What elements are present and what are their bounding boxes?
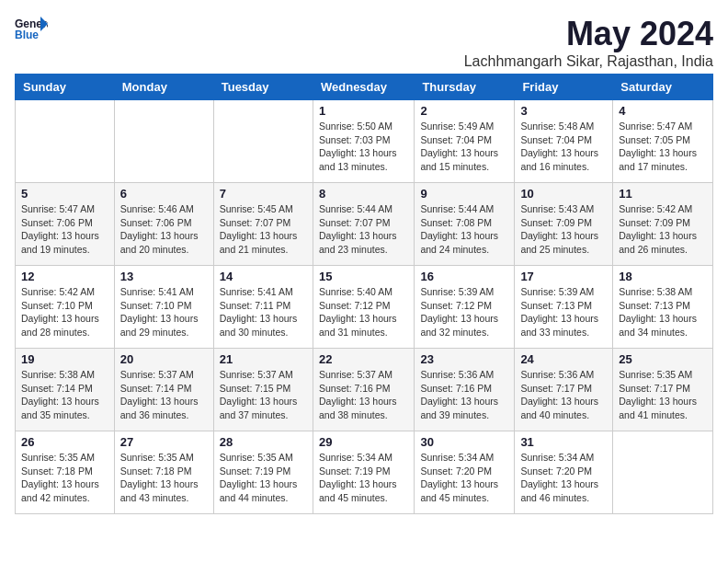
day-number: 20 xyxy=(120,352,208,366)
day-number: 22 xyxy=(319,352,408,366)
calendar-weekday-header: Monday xyxy=(114,75,213,100)
day-number: 18 xyxy=(619,270,707,283)
day-number: 29 xyxy=(319,435,408,449)
day-info: Sunrise: 5:39 AMSunset: 7:12 PMDaylight:… xyxy=(420,285,508,339)
day-number: 5 xyxy=(21,187,108,201)
day-number: 19 xyxy=(21,352,108,366)
month-title: May 2024 xyxy=(464,15,713,53)
calendar-day-cell xyxy=(16,100,115,183)
calendar-week-row: 12Sunrise: 5:42 AMSunset: 7:10 PMDayligh… xyxy=(16,266,713,349)
day-number: 23 xyxy=(420,352,508,366)
calendar-weekday-header: Wednesday xyxy=(313,75,414,100)
day-info: Sunrise: 5:37 AMSunset: 7:15 PMDaylight:… xyxy=(220,368,307,422)
day-info: Sunrise: 5:48 AMSunset: 7:04 PMDaylight:… xyxy=(520,120,607,174)
calendar-day-cell xyxy=(613,431,713,514)
calendar-weekday-header: Tuesday xyxy=(213,75,313,100)
day-number: 13 xyxy=(120,270,208,283)
day-info: Sunrise: 5:46 AMSunset: 7:06 PMDaylight:… xyxy=(120,202,208,257)
calendar-day-cell: 18Sunrise: 5:38 AMSunset: 7:13 PMDayligh… xyxy=(613,266,713,349)
calendar-day-cell: 31Sunrise: 5:34 AMSunset: 7:20 PMDayligh… xyxy=(515,431,613,514)
calendar-day-cell: 13Sunrise: 5:41 AMSunset: 7:10 PMDayligh… xyxy=(114,266,213,349)
day-number: 7 xyxy=(220,187,307,201)
day-number: 30 xyxy=(420,435,508,449)
day-info: Sunrise: 5:38 AMSunset: 7:14 PMDaylight:… xyxy=(21,368,108,422)
svg-text:Blue: Blue xyxy=(15,29,39,40)
day-number: 12 xyxy=(21,270,108,283)
day-info: Sunrise: 5:50 AMSunset: 7:03 PMDaylight:… xyxy=(319,120,408,174)
calendar-day-cell: 24Sunrise: 5:36 AMSunset: 7:17 PMDayligh… xyxy=(515,349,613,431)
day-info: Sunrise: 5:37 AMSunset: 7:14 PMDaylight:… xyxy=(120,368,208,422)
day-info: Sunrise: 5:36 AMSunset: 7:17 PMDaylight:… xyxy=(520,368,607,422)
day-number: 2 xyxy=(420,104,508,118)
day-info: Sunrise: 5:47 AMSunset: 7:06 PMDaylight:… xyxy=(21,202,108,257)
calendar-day-cell: 30Sunrise: 5:34 AMSunset: 7:20 PMDayligh… xyxy=(415,431,515,514)
calendar-weekday-header: Sunday xyxy=(16,75,115,100)
calendar-day-cell: 19Sunrise: 5:38 AMSunset: 7:14 PMDayligh… xyxy=(16,349,115,431)
logo-icon: General Blue xyxy=(15,15,48,40)
title-section: May 2024 Lachhmangarh Sikar, Rajasthan, … xyxy=(464,15,713,70)
calendar-day-cell xyxy=(213,100,313,183)
day-info: Sunrise: 5:35 AMSunset: 7:17 PMDaylight:… xyxy=(619,368,707,422)
day-info: Sunrise: 5:35 AMSunset: 7:18 PMDaylight:… xyxy=(120,451,208,505)
day-info: Sunrise: 5:45 AMSunset: 7:07 PMDaylight:… xyxy=(220,202,307,257)
calendar-day-cell: 25Sunrise: 5:35 AMSunset: 7:17 PMDayligh… xyxy=(613,349,713,431)
calendar-week-row: 5Sunrise: 5:47 AMSunset: 7:06 PMDaylight… xyxy=(16,183,713,266)
calendar-day-cell: 6Sunrise: 5:46 AMSunset: 7:06 PMDaylight… xyxy=(114,183,213,266)
location-title: Lachhmangarh Sikar, Rajasthan, India xyxy=(464,53,713,70)
calendar-day-cell: 21Sunrise: 5:37 AMSunset: 7:15 PMDayligh… xyxy=(213,349,313,431)
day-number: 10 xyxy=(520,187,607,201)
day-info: Sunrise: 5:41 AMSunset: 7:10 PMDaylight:… xyxy=(120,285,208,339)
calendar-day-cell: 11Sunrise: 5:42 AMSunset: 7:09 PMDayligh… xyxy=(613,183,713,266)
day-number: 6 xyxy=(120,187,208,201)
calendar-week-row: 1Sunrise: 5:50 AMSunset: 7:03 PMDaylight… xyxy=(16,100,713,183)
day-number: 28 xyxy=(220,435,307,449)
calendar-day-cell: 23Sunrise: 5:36 AMSunset: 7:16 PMDayligh… xyxy=(415,349,515,431)
day-info: Sunrise: 5:34 AMSunset: 7:19 PMDaylight:… xyxy=(319,451,408,505)
calendar-day-cell: 20Sunrise: 5:37 AMSunset: 7:14 PMDayligh… xyxy=(114,349,213,431)
day-number: 17 xyxy=(520,270,607,283)
calendar-day-cell: 5Sunrise: 5:47 AMSunset: 7:06 PMDaylight… xyxy=(16,183,115,266)
page-header: General Blue May 2024 Lachhmangarh Sikar… xyxy=(15,15,713,70)
day-number: 3 xyxy=(520,104,607,118)
day-number: 15 xyxy=(319,270,408,283)
calendar-table: SundayMondayTuesdayWednesdayThursdayFrid… xyxy=(15,74,713,514)
calendar-day-cell: 7Sunrise: 5:45 AMSunset: 7:07 PMDaylight… xyxy=(213,183,313,266)
day-info: Sunrise: 5:34 AMSunset: 7:20 PMDaylight:… xyxy=(520,451,607,505)
calendar-day-cell: 14Sunrise: 5:41 AMSunset: 7:11 PMDayligh… xyxy=(213,266,313,349)
day-info: Sunrise: 5:43 AMSunset: 7:09 PMDaylight:… xyxy=(520,202,607,257)
day-info: Sunrise: 5:44 AMSunset: 7:07 PMDaylight:… xyxy=(319,202,408,257)
calendar-weekday-header: Saturday xyxy=(613,75,713,100)
day-info: Sunrise: 5:42 AMSunset: 7:09 PMDaylight:… xyxy=(619,202,707,257)
day-number: 11 xyxy=(619,187,707,201)
calendar-day-cell: 16Sunrise: 5:39 AMSunset: 7:12 PMDayligh… xyxy=(415,266,515,349)
day-info: Sunrise: 5:49 AMSunset: 7:04 PMDaylight:… xyxy=(420,120,508,174)
day-info: Sunrise: 5:47 AMSunset: 7:05 PMDaylight:… xyxy=(619,120,707,174)
day-info: Sunrise: 5:36 AMSunset: 7:16 PMDaylight:… xyxy=(420,368,508,422)
calendar-body: 1Sunrise: 5:50 AMSunset: 7:03 PMDaylight… xyxy=(16,100,713,514)
day-number: 31 xyxy=(520,435,607,449)
day-number: 24 xyxy=(520,352,607,366)
day-number: 16 xyxy=(420,270,508,283)
calendar-day-cell: 26Sunrise: 5:35 AMSunset: 7:18 PMDayligh… xyxy=(16,431,115,514)
day-info: Sunrise: 5:40 AMSunset: 7:12 PMDaylight:… xyxy=(319,285,408,339)
day-number: 21 xyxy=(220,352,307,366)
day-info: Sunrise: 5:41 AMSunset: 7:11 PMDaylight:… xyxy=(220,285,307,339)
day-info: Sunrise: 5:37 AMSunset: 7:16 PMDaylight:… xyxy=(319,368,408,422)
calendar-day-cell: 8Sunrise: 5:44 AMSunset: 7:07 PMDaylight… xyxy=(313,183,414,266)
calendar-day-cell: 2Sunrise: 5:49 AMSunset: 7:04 PMDaylight… xyxy=(415,100,515,183)
logo: General Blue xyxy=(15,15,48,40)
day-info: Sunrise: 5:39 AMSunset: 7:13 PMDaylight:… xyxy=(520,285,607,339)
calendar-day-cell: 27Sunrise: 5:35 AMSunset: 7:18 PMDayligh… xyxy=(114,431,213,514)
day-info: Sunrise: 5:44 AMSunset: 7:08 PMDaylight:… xyxy=(420,202,508,257)
day-info: Sunrise: 5:38 AMSunset: 7:13 PMDaylight:… xyxy=(619,285,707,339)
calendar-week-row: 26Sunrise: 5:35 AMSunset: 7:18 PMDayligh… xyxy=(16,431,713,514)
day-number: 1 xyxy=(319,104,408,118)
calendar-day-cell: 29Sunrise: 5:34 AMSunset: 7:19 PMDayligh… xyxy=(313,431,414,514)
calendar-day-cell: 10Sunrise: 5:43 AMSunset: 7:09 PMDayligh… xyxy=(515,183,613,266)
day-number: 14 xyxy=(220,270,307,283)
calendar-day-cell: 28Sunrise: 5:35 AMSunset: 7:19 PMDayligh… xyxy=(213,431,313,514)
calendar-header-row: SundayMondayTuesdayWednesdayThursdayFrid… xyxy=(16,75,713,100)
day-info: Sunrise: 5:42 AMSunset: 7:10 PMDaylight:… xyxy=(21,285,108,339)
calendar-weekday-header: Friday xyxy=(515,75,613,100)
day-info: Sunrise: 5:34 AMSunset: 7:20 PMDaylight:… xyxy=(420,451,508,505)
